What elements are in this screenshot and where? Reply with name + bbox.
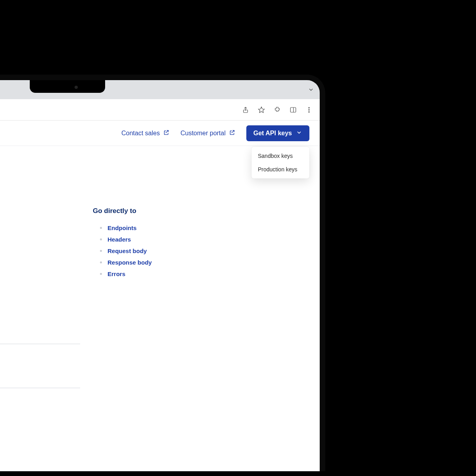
section-divider <box>0 388 80 388</box>
nav-link-label: Customer portal <box>180 130 226 137</box>
browser-toolbar <box>0 99 320 121</box>
dropdown-item-production[interactable]: Production keys <box>251 163 309 176</box>
toc-link-errors[interactable]: Errors <box>107 271 125 277</box>
svg-point-4 <box>309 107 309 108</box>
laptop-notch <box>30 80 105 93</box>
anchor-link[interactable]: requested <box>0 350 77 366</box>
chevron-down-icon[interactable] <box>308 86 314 94</box>
extensions-icon[interactable] <box>274 106 281 113</box>
toc-title: Go directly to <box>93 207 196 215</box>
toc-link-headers[interactable]: Headers <box>107 236 131 243</box>
svg-marker-1 <box>259 107 265 112</box>
section-divider <box>0 344 80 344</box>
get-api-keys-button[interactable]: Get API keys <box>246 125 309 141</box>
contact-sales-link[interactable]: Contact sales <box>121 129 169 137</box>
toc-item: Errors <box>93 268 196 280</box>
toc-item: Request body <box>93 245 196 257</box>
page-content: Contact sales Customer portal Get API ke… <box>0 121 320 471</box>
toc-item: Headers <box>93 234 196 245</box>
svg-point-5 <box>309 109 309 110</box>
button-label: Get API keys <box>253 130 292 137</box>
external-link-icon <box>229 129 235 137</box>
article-body: request body and response the Confirmati… <box>0 205 93 394</box>
table-of-contents: Go directly to Endpoints Headers Request… <box>93 205 196 394</box>
chevron-down-icon <box>296 129 302 137</box>
kebab-menu-icon[interactable] <box>305 106 313 113</box>
api-keys-dropdown: Sandbox keys Production keys <box>251 147 309 178</box>
external-link-icon <box>163 129 169 137</box>
customer-portal-link[interactable]: Customer portal <box>180 129 235 137</box>
nav-link-label: Contact sales <box>121 130 160 137</box>
star-icon[interactable] <box>258 106 265 113</box>
dropdown-item-sandbox[interactable]: Sandbox keys <box>251 149 309 163</box>
toc-item: Endpoints <box>93 222 196 234</box>
sidepanel-icon[interactable] <box>290 106 297 113</box>
toc-link-response-body[interactable]: Response body <box>107 259 152 266</box>
svg-rect-2 <box>290 107 296 112</box>
laptop-frame: Contact sales Customer portal Get API ke… <box>0 75 325 471</box>
toc-link-request-body[interactable]: Request body <box>107 248 147 254</box>
toc-item: Response body <box>93 257 196 268</box>
site-topnav: Contact sales Customer portal Get API ke… <box>0 121 320 146</box>
svg-point-6 <box>309 111 309 112</box>
toc-link-endpoints[interactable]: Endpoints <box>107 225 136 231</box>
anchor-link[interactable]: requested <box>0 366 77 382</box>
share-icon[interactable] <box>242 106 249 113</box>
